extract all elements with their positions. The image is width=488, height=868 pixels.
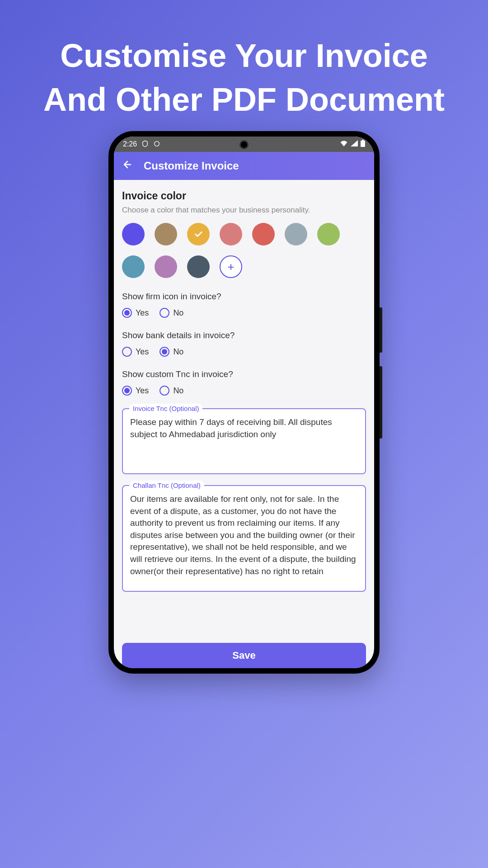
radio-circle-icon <box>160 347 169 357</box>
svg-rect-1 <box>361 141 365 147</box>
hero-line-2: And Other PDF Document <box>18 78 470 122</box>
save-button[interactable]: Save <box>122 643 366 668</box>
phone-side-button <box>380 307 382 353</box>
color-swatch[interactable] <box>155 223 177 245</box>
question-firm-icon: Show firm icon in invoice? <box>122 292 366 302</box>
challan-tnc-field[interactable]: Challan Tnc (Optional) Our items are ava… <box>122 485 366 592</box>
signal-icon <box>351 140 358 148</box>
color-swatch-selected[interactable] <box>187 223 210 245</box>
radio-yes[interactable]: Yes <box>122 347 149 357</box>
wifi-icon <box>340 140 348 148</box>
radio-yes[interactable]: Yes <box>122 308 149 318</box>
field-label: Invoice Tnc (Optional) <box>129 404 202 413</box>
color-swatch[interactable] <box>187 255 210 278</box>
radio-no[interactable]: No <box>160 386 183 396</box>
phone-screen: 2:26 <box>114 137 374 668</box>
plus-icon: + <box>227 260 234 274</box>
app-bar: Customize Invoice <box>114 152 374 180</box>
radio-group-firm-icon: Yes No <box>122 308 366 318</box>
radio-group-custom-tnc: Yes No <box>122 386 366 396</box>
radio-group-bank-details: Yes No <box>122 347 366 357</box>
question-custom-tnc: Show custom Tnc in invoice? <box>122 369 366 379</box>
color-swatch-grid: + <box>122 223 366 278</box>
svg-rect-2 <box>362 140 364 141</box>
radio-circle-icon <box>122 308 132 318</box>
field-value: Our items are available for rent only, n… <box>130 493 358 584</box>
radio-yes[interactable]: Yes <box>122 386 149 396</box>
section-title: Invoice color <box>122 190 366 202</box>
app-bar-title: Customize Invoice <box>144 160 239 172</box>
question-bank-details: Show bank details in invoice? <box>122 330 366 340</box>
color-swatch[interactable] <box>317 223 340 245</box>
color-swatch[interactable] <box>122 255 145 278</box>
back-arrow-icon[interactable] <box>122 159 133 173</box>
status-right <box>340 140 365 149</box>
hero-line-1: Customise Your Invoice <box>18 34 470 78</box>
radio-label: Yes <box>136 347 149 357</box>
phone-frame: 2:26 <box>108 131 380 674</box>
save-button-label: Save <box>232 650 255 661</box>
section-subtitle: Choose a color that matches your busines… <box>122 206 366 215</box>
invoice-tnc-field[interactable]: Invoice Tnc (Optional) Please pay within… <box>122 408 366 474</box>
field-value: Please pay within 7 days of receiving bi… <box>130 416 358 466</box>
radio-label: No <box>173 347 183 357</box>
status-left: 2:26 <box>123 140 160 149</box>
radio-no[interactable]: No <box>160 308 183 318</box>
color-swatch[interactable] <box>252 223 275 245</box>
moon-icon <box>153 140 160 149</box>
radio-circle-icon <box>122 347 132 357</box>
status-time: 2:26 <box>123 140 137 148</box>
shield-icon <box>141 140 149 149</box>
radio-circle-icon <box>160 308 169 318</box>
battery-icon <box>361 140 365 149</box>
radio-circle-icon <box>160 386 169 396</box>
color-swatch[interactable] <box>122 223 145 245</box>
svg-point-0 <box>155 141 160 146</box>
color-swatch[interactable] <box>285 223 307 245</box>
add-color-button[interactable]: + <box>220 255 242 278</box>
hero-title: Customise Your Invoice And Other PDF Doc… <box>0 0 488 122</box>
content-area: Invoice color Choose a color that matche… <box>114 180 374 668</box>
phone-side-button <box>380 366 382 439</box>
check-icon <box>193 229 203 239</box>
radio-label: No <box>173 308 183 318</box>
radio-label: Yes <box>136 308 149 318</box>
radio-label: No <box>173 386 183 396</box>
radio-no[interactable]: No <box>160 347 183 357</box>
camera-notch <box>239 140 249 149</box>
color-swatch[interactable] <box>220 223 242 245</box>
radio-circle-icon <box>122 386 132 396</box>
color-swatch[interactable] <box>155 255 177 278</box>
field-label: Challan Tnc (Optional) <box>129 481 204 490</box>
radio-label: Yes <box>136 386 149 396</box>
status-bar: 2:26 <box>114 137 374 152</box>
